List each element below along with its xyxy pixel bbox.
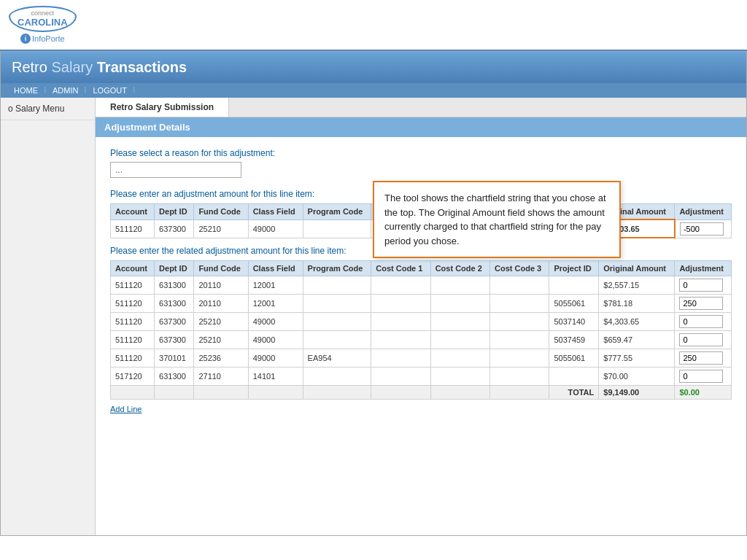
page-header: Retro Salary Transactions bbox=[1, 52, 746, 83]
reason-input[interactable] bbox=[110, 162, 241, 178]
logo-connect-carolina: connect CAROLINA bbox=[9, 6, 77, 32]
main-content: Retro Salary Submission Adjustment Detai… bbox=[96, 98, 746, 535]
col2-adjustment: Adjustment bbox=[675, 261, 732, 276]
content-area: o Salary Menu Retro Salary Submission Ad… bbox=[1, 98, 746, 535]
col2-program-code: Program Code bbox=[303, 261, 371, 276]
table2-header-row: Account Dept ID Fund Code Class Field Pr… bbox=[111, 261, 732, 276]
table-row: 511120 631300 20110 12001 5055061 bbox=[111, 295, 732, 313]
sidebar: o Salary Menu bbox=[1, 98, 96, 535]
table-row: 511120 631300 20110 12001 $2,557. bbox=[111, 276, 732, 295]
table-row: 511120 637300 25210 49000 5037140 bbox=[111, 313, 732, 331]
table-row: 511120 637300 25210 49000 5037459 bbox=[111, 331, 732, 349]
nav-admin[interactable]: ADMIN bbox=[50, 85, 80, 96]
top-bar: connect CAROLINA i InfoPorte bbox=[0, 0, 747, 51]
table-row: 511120 370101 25236 49000 EA954 5055061 bbox=[111, 349, 732, 368]
col-program-code: Program Code bbox=[303, 204, 371, 220]
form-container: The tool shows the chartfield string tha… bbox=[96, 137, 746, 426]
col-dept-id: Dept ID bbox=[155, 204, 194, 220]
cell-adjustment[interactable] bbox=[675, 219, 732, 238]
adjustment-input-4[interactable] bbox=[679, 333, 723, 346]
logo-infoporte: i InfoPorte bbox=[20, 34, 65, 44]
col2-cost-code3: Cost Code 3 bbox=[490, 261, 549, 276]
tooltip-text: The tool shows the chartfield string tha… bbox=[384, 192, 606, 246]
sidebar-item-salary-menu[interactable]: o Salary Menu bbox=[1, 98, 95, 120]
total-label: TOTAL bbox=[549, 386, 599, 400]
cell-fund-code: 25210 bbox=[194, 219, 248, 238]
adjustment-input[interactable] bbox=[680, 222, 724, 236]
title-transactions: Transactions bbox=[97, 59, 187, 75]
adjustment-input-2[interactable] bbox=[679, 297, 723, 310]
col2-cost-code1: Cost Code 1 bbox=[371, 261, 430, 276]
cell-program-code bbox=[303, 219, 371, 238]
page-title: Retro Salary Transactions bbox=[12, 59, 735, 76]
adjustment-input-5[interactable] bbox=[679, 351, 723, 365]
adjustment-input-1[interactable] bbox=[679, 279, 723, 292]
add-line-container: Add Line bbox=[110, 400, 732, 419]
col-class-field: Class Field bbox=[248, 204, 303, 220]
reason-label: Please select a reason for this adjustme… bbox=[110, 148, 732, 158]
col2-class-field: Class Field bbox=[248, 261, 303, 276]
tooltip-box: The tool shows the chartfield string tha… bbox=[373, 181, 621, 258]
total-adjustment: $0.00 bbox=[675, 386, 732, 400]
adjustment-input-3[interactable] bbox=[679, 315, 723, 328]
col2-original-amount: Original Amount bbox=[599, 261, 675, 276]
adjustment-input-6[interactable] bbox=[679, 370, 723, 383]
cell-account: 511120 bbox=[111, 219, 155, 238]
tab-retro-salary-submission[interactable]: Retro Salary Submission bbox=[96, 98, 229, 117]
col2-fund-code: Fund Code bbox=[194, 261, 248, 276]
nav-home[interactable]: HOME bbox=[12, 85, 40, 96]
total-amount: $9,149.00 bbox=[599, 386, 675, 400]
logo-carolina-text: CAROLINA bbox=[18, 18, 68, 28]
col2-dept-id: Dept ID bbox=[155, 261, 194, 276]
col-adjustment: Adjustment bbox=[675, 204, 732, 220]
col-account: Account bbox=[111, 204, 155, 220]
col2-account: Account bbox=[111, 261, 155, 276]
nav-bar: HOME ⁝ ADMIN ⁝ LOGOUT ⁝ bbox=[1, 83, 746, 98]
table-row: 517120 631300 27110 14101 $70.00 bbox=[111, 368, 732, 386]
col-fund-code: Fund Code bbox=[194, 204, 248, 220]
logo-area: connect CAROLINA i InfoPorte bbox=[9, 6, 77, 44]
second-table-section: Please enter the related adjustment amou… bbox=[96, 246, 746, 426]
title-salary: Salary bbox=[51, 59, 93, 75]
section-header: Adjustment Details bbox=[96, 117, 746, 137]
nav-logout[interactable]: LOGOUT bbox=[90, 85, 128, 96]
cell-class-field: 49000 bbox=[248, 219, 303, 238]
total-row: TOTAL $9,149.00 $0.00 bbox=[111, 386, 732, 400]
title-retro: Retro bbox=[12, 59, 47, 75]
second-table: Account Dept ID Fund Code Class Field Pr… bbox=[110, 260, 732, 400]
tab-bar: Retro Salary Submission bbox=[96, 98, 746, 117]
col2-cost-code2: Cost Code 2 bbox=[430, 261, 489, 276]
infoporte-text: InfoPorte bbox=[32, 34, 65, 43]
page-container: Retro Salary Transactions HOME ⁝ ADMIN ⁝… bbox=[0, 51, 747, 536]
cell-dept-id: 637300 bbox=[155, 219, 194, 238]
col2-project-id: Project ID bbox=[549, 261, 599, 276]
info-icon: i bbox=[20, 34, 31, 44]
add-line-button[interactable]: Add Line bbox=[110, 405, 142, 413]
